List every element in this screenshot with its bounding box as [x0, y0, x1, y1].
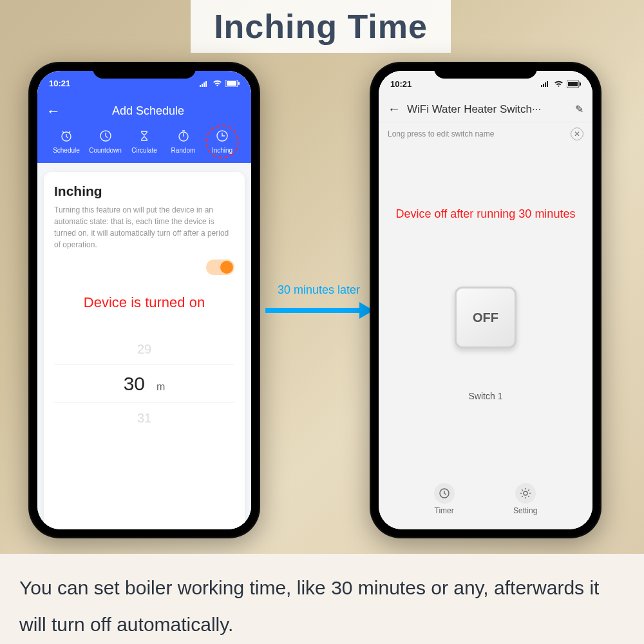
- signal-icon: [541, 80, 551, 87]
- battery-icon: [225, 80, 240, 87]
- device-title: WiFi Water Heater Switch···: [407, 103, 569, 116]
- svg-rect-0: [200, 85, 201, 87]
- tab-circulate[interactable]: Circulate: [126, 129, 163, 154]
- back-icon[interactable]: ←: [46, 103, 61, 120]
- device-header: ← WiFi Water Heater Switch··· ✎: [379, 97, 592, 122]
- wifi-icon: [554, 80, 564, 88]
- clock-icon: [99, 129, 113, 143]
- phone-screen-left: 10:21 ← Add Schedule Schedule: [37, 71, 251, 529]
- svg-rect-18: [568, 82, 578, 86]
- close-icon[interactable]: ✕: [571, 128, 583, 140]
- hint-text: Long press to edit switch name: [388, 129, 494, 138]
- svg-point-10: [217, 131, 227, 141]
- svg-rect-2: [204, 82, 205, 87]
- picker-unit: m: [156, 381, 165, 393]
- nav-timer[interactable]: Timer: [434, 483, 455, 515]
- svg-rect-14: [543, 84, 544, 87]
- tab-schedule[interactable]: Schedule: [48, 129, 85, 154]
- phone-notch: [93, 62, 196, 79]
- svg-rect-15: [545, 82, 546, 87]
- svg-rect-13: [541, 85, 542, 87]
- annotation-device-off: Device off after running 30 minutes: [379, 207, 592, 221]
- tab-inching[interactable]: Inching: [204, 129, 241, 154]
- alarm-icon: [59, 129, 73, 143]
- power-button[interactable]: OFF: [455, 287, 516, 348]
- svg-point-21: [524, 491, 527, 495]
- phone-screen-right: 10:21 ← WiFi Water Heater Switch··· ✎ Lo…: [379, 71, 592, 529]
- banner-title: Inching Time: [191, 0, 451, 53]
- svg-rect-5: [227, 81, 236, 86]
- hint-row: Long press to edit switch name ✕: [379, 122, 592, 146]
- tab-label: Random: [171, 147, 196, 154]
- schedule-header: ← Add Schedule Schedule Countdown Circul…: [37, 97, 251, 163]
- tab-label: Circulate: [131, 147, 156, 154]
- hourglass-icon: [137, 129, 151, 143]
- tab-label: Inching: [212, 147, 232, 154]
- svg-rect-3: [205, 81, 207, 87]
- status-time: 10:21: [390, 79, 412, 89]
- timer-icon: [176, 129, 191, 143]
- wifi-icon: [213, 80, 222, 87]
- gear-icon: [515, 483, 536, 504]
- nav-setting[interactable]: Setting: [513, 483, 537, 515]
- battery-icon: [567, 80, 581, 88]
- arrow-annotation: 30 minutes later: [264, 283, 374, 320]
- svg-rect-1: [202, 84, 203, 87]
- edit-icon[interactable]: ✎: [575, 103, 583, 115]
- card-title: Inching: [54, 184, 234, 199]
- status-icons: [200, 80, 240, 87]
- footer-text: You can set boiler working time, like 30…: [0, 554, 644, 644]
- tab-label: Countdown: [89, 147, 122, 154]
- clock-icon: [434, 483, 455, 504]
- annotation-device-on: Device is turned on: [54, 294, 234, 311]
- svg-rect-6: [238, 82, 240, 85]
- status-time: 10:21: [49, 79, 70, 88]
- tab-countdown[interactable]: Countdown: [87, 129, 124, 154]
- tab-label: Schedule: [53, 147, 80, 154]
- phone-right: 10:21 ← WiFi Water Heater Switch··· ✎ Lo…: [370, 62, 601, 538]
- svg-rect-19: [580, 82, 581, 86]
- bottom-nav: Timer Setting: [379, 477, 592, 524]
- time-picker[interactable]: 29 30 m 31: [54, 334, 234, 433]
- nav-label: Timer: [435, 506, 454, 515]
- device-body: Device off after running 30 minutes OFF …: [379, 146, 592, 529]
- card-description: Turning this feature on will put the dev…: [54, 204, 234, 251]
- svg-rect-16: [547, 81, 548, 87]
- status-icons: [541, 80, 581, 88]
- arrow-label: 30 minutes later: [278, 283, 360, 297]
- phone-left: 10:21 ← Add Schedule Schedule: [28, 62, 260, 538]
- header-title: Add Schedule: [68, 104, 228, 118]
- clock-icon: [215, 129, 229, 143]
- nav-label: Setting: [513, 506, 537, 515]
- picker-value: 30: [124, 373, 145, 395]
- inching-card: Inching Turning this feature on will put…: [44, 172, 245, 529]
- signal-icon: [200, 80, 209, 87]
- tab-random[interactable]: Random: [165, 129, 202, 154]
- picker-selected: 30 m: [54, 365, 234, 403]
- arrow-icon: [264, 301, 374, 320]
- tab-row: Schedule Countdown Circulate Random: [46, 122, 242, 154]
- picker-next: 31: [54, 403, 234, 433]
- picker-prev: 29: [54, 334, 234, 365]
- switch-label: Switch 1: [469, 391, 503, 401]
- back-icon[interactable]: ←: [388, 102, 401, 117]
- inching-toggle[interactable]: [206, 260, 234, 275]
- phone-notch: [434, 62, 537, 79]
